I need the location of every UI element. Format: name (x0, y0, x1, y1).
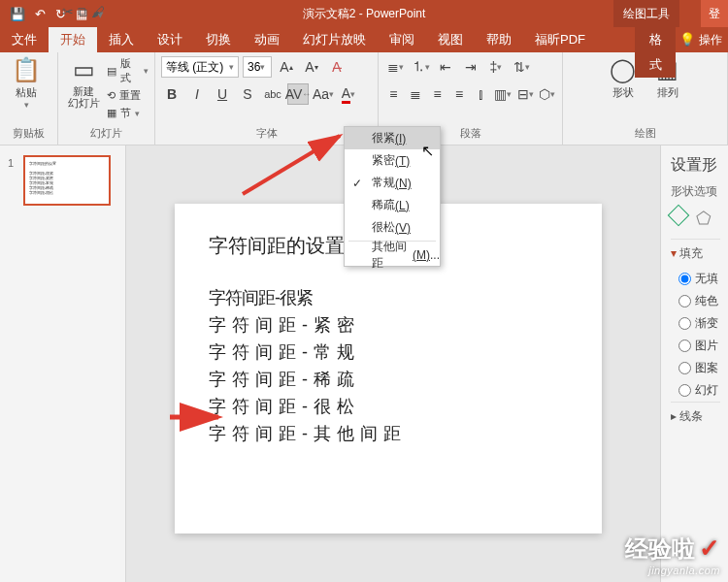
align-left-button[interactable]: ≡ (384, 83, 403, 105)
justify-button[interactable]: ≡ (450, 83, 469, 105)
format-shape-pane: 设置形 形状选项 ⬠ ▾ 填充 无填 纯色 渐变 图片 图案 幻灯 ▸ 线条 (660, 146, 728, 582)
increase-indent-button[interactable]: ⇥ (460, 56, 481, 78)
text-shadow-button[interactable]: abc (262, 83, 283, 105)
font-name-combo[interactable]: 等线 (正文)▾ (161, 56, 239, 78)
tell-me-button[interactable]: 💡操作 (674, 27, 728, 52)
tab-view[interactable]: 视图 (426, 27, 475, 52)
save-icon[interactable]: 💾 (10, 7, 25, 21)
layout-button[interactable]: ▤版式▾ (107, 56, 149, 85)
thumb-index: 1 (8, 157, 14, 169)
tab-file[interactable]: 文件 (0, 27, 49, 52)
slide-line: 字 符 间 距 - 紧 密 (209, 313, 568, 337)
menu-very-loose[interactable]: 很松(V) (345, 216, 440, 239)
watermark: 经验啦✓ jingyanla.com (625, 534, 720, 576)
fill-section[interactable]: ▾ 填充 (671, 239, 720, 268)
tab-help[interactable]: 帮助 (475, 27, 523, 52)
font-color-button[interactable]: A▾ (338, 83, 359, 105)
grow-font-icon[interactable]: A▴ (276, 56, 297, 78)
tab-animation[interactable]: 动画 (243, 27, 291, 52)
login-button[interactable]: 登 (701, 0, 728, 27)
section-icon: ▦ (107, 107, 116, 119)
group-drawing: 绘图 (569, 124, 721, 143)
reset-button[interactable]: ⟲重置 (107, 88, 149, 103)
slide-line: 字 符 间 距 - 常 规 (209, 340, 568, 364)
shrink-font-icon[interactable]: A▾ (301, 56, 322, 78)
radio-picture[interactable]: 图片 (671, 335, 720, 357)
italic-button[interactable]: I (186, 83, 208, 105)
underline-button[interactable]: U (212, 83, 233, 105)
new-slide-label: 新建 幻灯片 (68, 85, 100, 109)
bold-button[interactable]: B (161, 83, 182, 105)
smartart-button[interactable]: ⬡▾ (538, 83, 556, 105)
window-title: 演示文稿2 - PowerPoint (303, 6, 426, 22)
shapes-icon: ◯ (610, 56, 636, 83)
font-size-combo[interactable]: 36▾ (243, 56, 272, 78)
radio-slide-bg[interactable]: 幻灯 (671, 379, 720, 402)
line-section[interactable]: ▸ 线条 (671, 402, 720, 431)
radio-solid[interactable]: 纯色 (671, 290, 720, 312)
clear-format-icon[interactable]: A̶ (326, 56, 347, 78)
contextual-tab-label: 绘图工具 (613, 0, 679, 27)
tab-slideshow[interactable]: 幻灯片放映 (291, 27, 378, 52)
thumbnail-pane: 1 字符间距的设置字符间距-很紧字符间距-紧密字符间距-常规字符间距-稀疏字符间… (0, 146, 126, 582)
svg-line-0 (243, 136, 340, 194)
numbering-button[interactable]: ⒈▾ (410, 56, 431, 78)
menu-more-spacing[interactable]: 其他间距(M)... (345, 243, 440, 266)
slide-line: 字符间距-很紧 (209, 286, 568, 309)
group-clipboard: 剪贴板 (6, 124, 51, 143)
fill-line-icon[interactable] (671, 208, 686, 229)
align-center-button[interactable]: ≣ (407, 83, 425, 105)
tab-home[interactable]: 开始 (49, 27, 97, 52)
slide-line: 字 符 间 距 - 稀 疏 (209, 368, 568, 391)
radio-no-fill[interactable]: 无填 (671, 268, 720, 290)
check-icon: ✓ (699, 534, 720, 564)
radio-pattern[interactable]: 图案 (671, 357, 720, 379)
pane-title: 设置形 (671, 155, 720, 176)
group-slides: 幻灯片 (64, 124, 149, 143)
line-spacing-button[interactable]: ‡▾ (485, 56, 507, 78)
undo-icon[interactable]: ↶ (35, 7, 46, 21)
tab-insert[interactable]: 插入 (97, 27, 146, 52)
layout-icon: ▤ (107, 65, 116, 78)
format-painter-icon[interactable]: 🖌 (91, 4, 105, 19)
columns-button[interactable]: ▥▾ (494, 83, 513, 105)
decrease-indent-button[interactable]: ⇤ (435, 56, 456, 78)
change-case-button[interactable]: Aa▾ (313, 83, 334, 105)
slide-thumbnail[interactable]: 字符间距的设置字符间距-很紧字符间距-紧密字符间距-常规字符间距-稀疏字符间距-… (23, 155, 111, 206)
bulb-icon: 💡 (679, 27, 695, 52)
tab-format[interactable]: 格式 (635, 27, 676, 78)
chevron-down-icon: ▾ (24, 100, 29, 110)
new-slide-icon: ▭ (73, 56, 95, 83)
text-direction-button[interactable]: ⇅▾ (511, 56, 532, 78)
new-slide-button[interactable]: ▭ 新建 幻灯片 (64, 56, 103, 109)
copy-icon[interactable]: ⧉ (78, 4, 87, 19)
clipboard-icon: 📋 (12, 56, 41, 83)
slide-line: 字 符 间 距 - 很 松 (209, 395, 568, 418)
align-text-button[interactable]: ⊟▾ (516, 83, 535, 105)
tab-transition[interactable]: 切换 (194, 27, 243, 52)
distribute-button[interactable]: ⫿ (473, 83, 491, 105)
radio-gradient[interactable]: 渐变 (671, 312, 720, 335)
strike-button[interactable]: S (237, 83, 258, 105)
reset-icon: ⟲ (107, 89, 116, 102)
annotation-arrow (243, 126, 359, 208)
char-spacing-button[interactable]: AV↔ (287, 83, 309, 105)
slide-line: 字 符 间 距 - 其 他 间 距 (209, 422, 568, 445)
cut-icon[interactable]: ✂ (62, 4, 74, 19)
align-right-button[interactable]: ≡ (428, 83, 447, 105)
tab-foxit[interactable]: 福昕PDF (523, 27, 597, 52)
paste-label: 粘贴 (16, 85, 37, 100)
annotation-arrow (170, 407, 228, 431)
tab-review[interactable]: 审阅 (378, 27, 426, 52)
tell-me-label: 操作 (699, 27, 722, 52)
effects-icon[interactable]: ⬠ (696, 208, 711, 229)
pane-options[interactable]: 形状选项 (671, 183, 720, 200)
tab-design[interactable]: 设计 (146, 27, 194, 52)
paste-button[interactable]: 📋 粘贴 ▾ (6, 56, 47, 110)
bullets-button[interactable]: ≣▾ (384, 56, 406, 78)
section-button[interactable]: ▦节▾ (107, 106, 149, 120)
